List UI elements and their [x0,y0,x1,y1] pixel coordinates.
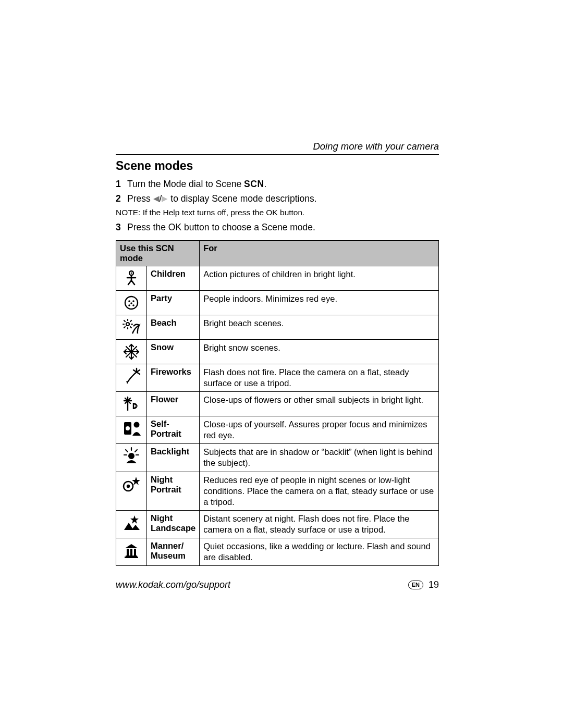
scn-icon: SCN [244,179,264,189]
table-header-row: Use this SCN mode For [116,240,439,266]
scene-mode-table: Use this SCN mode For ChildrenAction pic… [116,240,439,566]
mode-description: People indoors. Minimizes red eye. [200,290,439,315]
support-url: www.kodak.com/go/support [116,579,230,590]
step-number: 2 [116,193,127,205]
step-body: Turn the Mode dial to Scene SCN. [127,178,439,191]
language-badge: EN [408,581,423,589]
mode-description: Bright snow scenes. [200,339,439,364]
step-text: Press the OK button to choose a Scene mo… [127,222,315,232]
beach-icon [116,315,147,339]
section-title: Scene modes [116,159,439,173]
page-number: 19 [429,579,439,590]
mode-name: Self-Portrait [147,416,200,444]
step-text-post: . [264,179,267,189]
nav-left-icon: ◀ [153,194,160,203]
mode-name: Flower [147,392,200,416]
running-head: Doing more with your camera [116,141,439,154]
mode-name: NightPortrait [147,472,200,510]
snow-icon [116,339,147,364]
table-row: SnowBright snow scenes. [116,339,439,364]
note-text: NOTE: If the Help text turns off, press … [116,208,439,217]
table-row: BacklightSubjects that are in shadow or … [116,444,439,472]
mode-description: Subjects that are in shadow or “backlit”… [200,444,439,472]
table-row: ChildrenAction pictures of children in b… [116,266,439,290]
step-1: 1 Turn the Mode dial to Scene SCN. [116,178,439,191]
nav-right-icon: ▶ [162,194,168,203]
mode-description: Flash does not fire. Place the camera on… [200,364,439,391]
backlight-icon [116,444,147,472]
step-text: Turn the Mode dial to Scene [127,179,244,189]
col-for-header: For [200,240,439,266]
mode-name: NightLandscape [147,510,200,538]
table-row: FireworksFlash does not fire. Place the … [116,364,439,391]
table-row: BeachBright beach scenes. [116,315,439,339]
step-body: Press the OK button to choose a Scene mo… [127,221,439,234]
mode-name: Party [147,290,200,315]
self-portrait-icon [116,416,147,444]
mode-description: Close-ups of flowers or other small subj… [200,392,439,416]
step-text: Press [127,193,153,204]
mode-name: Fireworks [147,364,200,391]
mode-name: Beach [147,315,200,339]
table-row: NightPortraitReduces red eye of people i… [116,472,439,510]
mode-description: Bright beach scenes. [200,315,439,339]
mode-name: Children [147,266,200,290]
mode-description: Distant scenery at night. Flash does not… [200,510,439,538]
step-2: 2 Press ◀/▶ to display Scene mode descri… [116,193,439,205]
flower-icon [116,392,147,416]
night-landscape-icon [116,510,147,538]
mode-name: Backlight [147,444,200,472]
mode-description: Quiet occasions, like a wedding or lectu… [200,538,439,566]
header-rule [116,154,439,155]
col-mode-header: Use this SCN mode [116,240,200,266]
table-row: Self-PortraitClose-ups of yourself. Assu… [116,416,439,444]
mode-name: Snow [147,339,200,364]
museum-icon [116,538,147,566]
mode-description: Close-ups of yourself. Assures proper fo… [200,416,439,444]
step-number: 3 [116,221,127,234]
table-row: NightLandscapeDistant scenery at night. … [116,510,439,538]
step-body: Press ◀/▶ to display Scene mode descript… [127,193,439,205]
mode-description: Action pictures of children in bright li… [200,266,439,290]
page-footer: www.kodak.com/go/support EN 19 [116,579,439,590]
step-3: 3 Press the OK button to choose a Scene … [116,221,439,234]
fireworks-icon [116,364,147,391]
table-row: Manner/MuseumQuiet occasions, like a wed… [116,538,439,566]
mode-description: Reduces red eye of people in night scene… [200,472,439,510]
step-text-post: to display Scene mode descriptions. [170,193,316,204]
table-row: FlowerClose-ups of flowers or other smal… [116,392,439,416]
step-number: 1 [116,178,127,191]
table-row: PartyPeople indoors. Minimizes red eye. [116,290,439,315]
manual-page: Doing more with your camera Scene modes … [116,141,439,590]
night-portrait-icon [116,472,147,510]
mode-name: Manner/Museum [147,538,200,566]
party-icon [116,290,147,315]
children-icon [116,266,147,290]
